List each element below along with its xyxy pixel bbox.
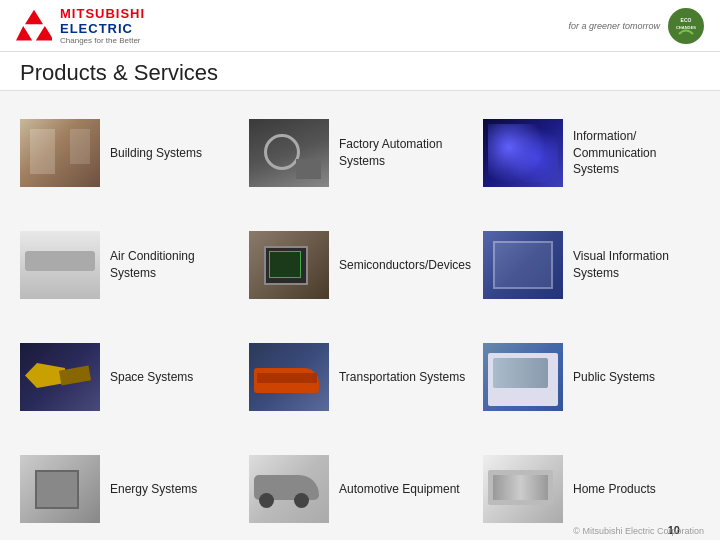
product-label-home: Home Products — [573, 481, 700, 498]
product-label-space: Space Systems — [110, 369, 237, 386]
product-item-energy-systems[interactable]: Energy Systems — [20, 437, 237, 540]
product-item-semiconductors[interactable]: Semiconductors/Devices — [249, 213, 471, 317]
svg-text:ECO: ECO — [681, 17, 692, 23]
header-right: for a greener tomorrow ECO CHANGES — [568, 8, 704, 44]
greener-text: for a greener tomorrow — [568, 21, 660, 31]
product-item-public-systems[interactable]: Public Systems — [483, 325, 700, 429]
product-label-public: Public Systems — [573, 369, 700, 386]
product-thumb-ac — [20, 231, 100, 299]
svg-text:CHANGES: CHANGES — [676, 25, 696, 30]
product-label-ac: Air Conditioning Systems — [110, 248, 237, 282]
product-label-transport: Transportation Systems — [339, 369, 471, 386]
eco-badge: ECO CHANGES — [668, 8, 704, 44]
product-label-energy: Energy Systems — [110, 481, 237, 498]
page-title-bar: Products & Services — [0, 52, 720, 91]
product-thumb-transport — [249, 343, 329, 411]
product-thumb-semi — [249, 231, 329, 299]
product-label-factory: Factory Automation Systems — [339, 136, 471, 170]
svg-marker-0 — [25, 9, 43, 23]
page-title: Products & Services — [20, 60, 700, 86]
product-item-air-conditioning[interactable]: Air Conditioning Systems — [20, 213, 237, 317]
product-thumb-energy — [20, 455, 100, 523]
product-item-building-systems[interactable]: Building Systems — [20, 101, 237, 205]
copyright: © Mitsubishi Electric Corporation — [573, 526, 704, 536]
product-item-visual-information[interactable]: Visual Information Systems — [483, 213, 700, 317]
logo-area: MITSUBISHI ELECTRIC Changes for the Bett… — [16, 6, 145, 45]
product-item-space-systems[interactable]: Space Systems — [20, 325, 237, 429]
product-label-auto: Automotive Equipment — [339, 481, 471, 498]
product-thumb-home — [483, 455, 563, 523]
product-thumb-space — [20, 343, 100, 411]
logo-electric: ELECTRIC — [60, 21, 145, 36]
product-thumb-info — [483, 119, 563, 187]
product-label-semi: Semiconductors/Devices — [339, 257, 471, 274]
logo-text: MITSUBISHI ELECTRIC Changes for the Bett… — [60, 6, 145, 45]
main-content: Building Systems Factory Automation Syst… — [0, 91, 720, 540]
product-thumb-building — [20, 119, 100, 187]
product-label-info: Information/ Communication Systems — [573, 128, 700, 178]
product-thumb-visual — [483, 231, 563, 299]
logo-mitsubishi: MITSUBISHI — [60, 6, 145, 21]
svg-marker-1 — [16, 26, 32, 40]
logo-tagline: Changes for the Better — [60, 36, 145, 45]
product-thumb-factory — [249, 119, 329, 187]
header: MITSUBISHI ELECTRIC Changes for the Bett… — [0, 0, 720, 52]
product-item-transportation[interactable]: Transportation Systems — [249, 325, 471, 429]
product-item-factory-automation[interactable]: Factory Automation Systems — [249, 101, 471, 205]
mitsubishi-logo-icon — [16, 8, 52, 44]
product-thumb-auto — [249, 455, 329, 523]
products-grid: Building Systems Factory Automation Syst… — [20, 101, 700, 540]
product-thumb-public — [483, 343, 563, 411]
product-item-automotive[interactable]: Automotive Equipment — [249, 437, 471, 540]
product-item-information-communication[interactable]: Information/ Communication Systems — [483, 101, 700, 205]
svg-marker-2 — [36, 26, 52, 40]
product-label-building: Building Systems — [110, 145, 237, 162]
product-label-visual: Visual Information Systems — [573, 248, 700, 282]
